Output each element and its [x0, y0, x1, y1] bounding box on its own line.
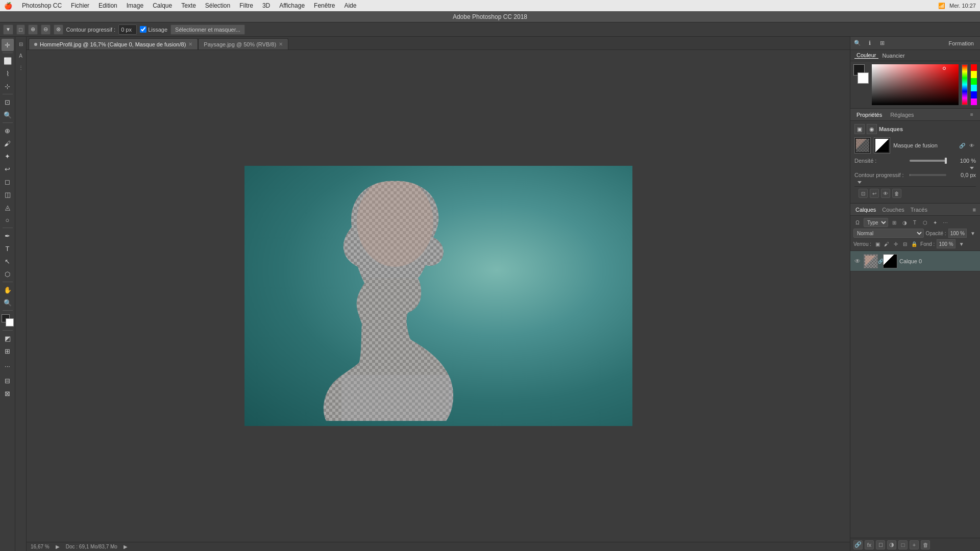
densite-slider[interactable] [910, 160, 946, 162]
tab-proprietes[interactable]: Propriétés [854, 112, 884, 118]
layer-item-calque0[interactable]: 👁 🔗 Calque 0 [850, 251, 980, 271]
calques-fx-btn[interactable]: fx [865, 540, 874, 549]
tab-hommeprofil[interactable]: HommeProfil.jpg @ 16,7% (Calque 0, Masqu… [29, 38, 198, 49]
refine-icon[interactable]: ⊡ [859, 189, 868, 198]
filter-icon-dots[interactable]: ⋯ [941, 218, 949, 227]
masque-link-icon[interactable]: 🔗 [958, 141, 966, 149]
masque-vector-icon[interactable]: ◉ [867, 124, 877, 134]
extra-tools-btn[interactable]: ··· [2, 360, 14, 372]
densite-slider-handle[interactable] [945, 158, 947, 164]
filter-icon-pixel[interactable]: ⊞ [890, 218, 898, 227]
zoom-tool[interactable]: 🔍 [2, 296, 14, 309]
select-mask-btn[interactable]: Sélectionner et masquer... [170, 24, 245, 35]
menu-fichier[interactable]: Fichier [67, 2, 93, 10]
apple-menu[interactable]: 🍎 [4, 2, 12, 10]
opacity-value[interactable]: 100 % [948, 229, 967, 238]
tool-preset-btn[interactable]: ▼ [3, 24, 13, 35]
side-icon-1[interactable]: ⊟ [16, 39, 26, 49]
blend-mode-select[interactable]: Normal [853, 229, 924, 238]
contour-value[interactable]: 0 px [118, 24, 137, 35]
lock-move[interactable]: ✛ [892, 240, 900, 248]
tab-nuancier[interactable]: Nuancier [880, 53, 907, 59]
background-color[interactable] [6, 318, 14, 327]
filter-kind-icon[interactable]: Ω [853, 218, 862, 227]
hand-tool[interactable]: ✋ [2, 284, 14, 296]
filter-icon-adj[interactable]: ◑ [900, 218, 909, 227]
path-select-tool[interactable]: ↖ [2, 255, 14, 267]
stamp-tool[interactable]: ✦ [2, 150, 14, 162]
opacity-arrow[interactable]: ▼ [969, 229, 977, 237]
tab-reglages[interactable]: Réglages [888, 112, 916, 118]
calques-link-btn[interactable]: 🔗 [853, 540, 863, 549]
menu-selection[interactable]: Sélection [202, 2, 234, 10]
menu-affichage[interactable]: Affichage [276, 2, 308, 10]
color-gradient[interactable] [872, 64, 959, 105]
lissage-checkbox-label[interactable]: Lissage [140, 26, 167, 33]
screen-mode-btn[interactable]: ⊞ [2, 345, 14, 357]
triangle-icon-2[interactable]: ▶ [124, 544, 128, 549]
menu-edition[interactable]: Edition [95, 2, 121, 10]
filter-icon-smart[interactable]: ✦ [931, 218, 939, 227]
calques-mask-btn[interactable]: ◻ [876, 540, 885, 549]
masque-pixel-icon[interactable]: ▣ [854, 124, 865, 134]
delete-icon[interactable]: 🗑 [892, 189, 901, 198]
lock-artboard[interactable]: ⊟ [901, 240, 909, 248]
tab-calques[interactable]: Calques [854, 207, 877, 213]
tab-close-hommeprofil[interactable]: ✕ [188, 41, 192, 47]
panel-icon-info[interactable]: ℹ [865, 38, 875, 48]
tab-couleur[interactable]: Couleur [854, 52, 878, 59]
lock-all[interactable]: 🔒 [910, 240, 918, 248]
menu-filtre[interactable]: Filtre [236, 2, 257, 10]
fond-value[interactable]: 100 % [937, 239, 955, 248]
lock-brush[interactable]: 🖌 [883, 240, 891, 248]
color-spectrum[interactable] [962, 64, 968, 105]
selection-mode-btn-rect[interactable]: □ [16, 24, 25, 35]
menu-aide[interactable]: Aide [340, 2, 360, 10]
dodge-tool[interactable]: ○ [2, 214, 14, 226]
menu-texte[interactable]: Texte [178, 2, 200, 10]
canvas-viewport[interactable] [27, 50, 850, 542]
healing-tool[interactable]: ⊕ [2, 124, 14, 137]
history-tool[interactable]: ↩ [2, 163, 14, 175]
masque-thumbnail-layer[interactable] [854, 137, 871, 154]
contour-slider[interactable] [910, 174, 946, 176]
shape-tool[interactable]: ⬡ [2, 268, 14, 280]
lock-checkerboard[interactable]: ▣ [873, 240, 881, 248]
masque-eye-icon[interactable]: 👁 [968, 141, 976, 149]
layout-icon2[interactable]: ⊠ [2, 387, 14, 399]
eyedropper-tool[interactable]: 🔍 [2, 109, 14, 121]
menu-photoshop[interactable]: Photoshop CC [18, 2, 65, 10]
filter-icon-type[interactable]: T [911, 218, 919, 227]
crop-tool[interactable]: ⊡ [2, 96, 14, 108]
filter-icon-shape[interactable]: ⬡ [921, 218, 929, 227]
panel-icon-search[interactable]: 🔍 [852, 38, 863, 48]
visibility-icon[interactable]: 👁 [881, 189, 890, 198]
calques-menu-icon[interactable]: ≡ [973, 207, 976, 213]
magic-wand-tool[interactable]: ⊹ [2, 80, 14, 92]
blur-tool[interactable]: ◬ [2, 201, 14, 213]
menu-calque[interactable]: Calque [149, 2, 176, 10]
tab-traces[interactable]: Tracés [910, 207, 928, 213]
lasso-tool[interactable]: ⌇ [2, 67, 14, 80]
gradient-tool[interactable]: ◫ [2, 188, 14, 201]
tab-paysage[interactable]: Paysage.jpg @ 50% (RVB/8) ✕ [198, 38, 288, 49]
selection-mode-btn-inter[interactable]: ⊗ [54, 24, 63, 35]
selection-rect-tool[interactable]: ⬜ [2, 55, 14, 67]
selection-mode-btn-sub[interactable]: ⊖ [41, 24, 51, 35]
side-icon-2[interactable]: A [16, 51, 26, 61]
fond-arrow[interactable]: ▼ [958, 240, 966, 248]
lissage-checkbox[interactable] [140, 26, 146, 33]
move-tool[interactable]: ✛ [2, 39, 14, 51]
text-tool[interactable]: T [2, 242, 14, 255]
layer-visibility-eye[interactable]: 👁 [853, 257, 862, 265]
calques-adj-btn[interactable]: ◑ [887, 540, 896, 549]
panel-icon-grid[interactable]: ⊞ [877, 38, 887, 48]
bg-swatch[interactable] [857, 72, 869, 84]
masque-thumbnail-mask[interactable] [874, 137, 890, 154]
menu-image[interactable]: Image [123, 2, 147, 10]
menu-3d[interactable]: 3D [259, 2, 274, 10]
invert-icon[interactable]: ↩ [870, 189, 879, 198]
pen-tool[interactable]: ✒ [2, 230, 14, 242]
tab-couches[interactable]: Couches [881, 207, 905, 213]
side-icon-3[interactable]: ⋮ [16, 62, 26, 72]
